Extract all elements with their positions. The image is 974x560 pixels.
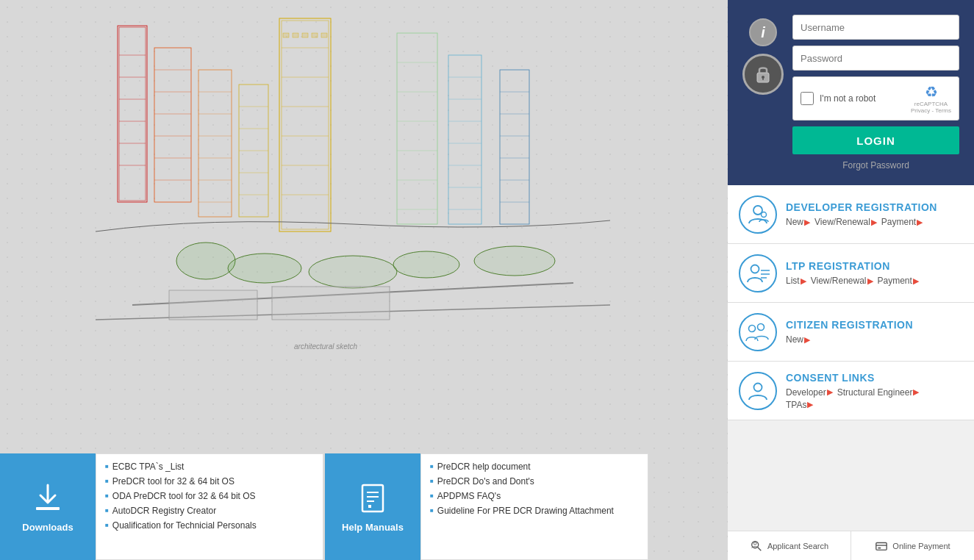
right-sidebar: i I'm not a robot ♻ [728,0,974,560]
ltp-reg-icon [739,254,777,292]
svg-rect-30 [448,55,481,224]
svg-point-60 [309,256,397,288]
recaptcha-privacy: Privacy - Terms [911,107,951,114]
downloads-list: ECBC TPA`s _List PreDCR tool for 32 & 64… [96,453,323,560]
svg-point-82 [751,265,759,273]
list-item[interactable]: PreDCR tool for 32 & 64 bit OS [105,476,314,487]
consent-links-row2: TPAs▶ [786,400,963,410]
ltp-reg-links: List▶ View/Renewal▶ Payment▶ [786,276,963,286]
svg-rect-67 [321,33,327,37]
help-list: PreDCR help document PreDCR Do's and Don… [420,453,648,560]
ltp-reg-payment-link[interactable]: Payment▶ [878,276,919,286]
ltp-reg-list-link[interactable]: List▶ [786,276,806,286]
lock-icon [742,54,784,95]
username-input[interactable] [792,15,959,40]
downloads-icon-box[interactable]: Downloads [0,453,96,560]
recaptcha-checkbox[interactable] [801,92,814,105]
citizen-reg-content: CITIZEN REGISTRATION New ▶ [786,319,963,345]
online-payment-label: Online Payment [892,542,950,550]
svg-rect-1 [119,27,146,201]
login-panel: i I'm not a robot ♻ [728,0,974,185]
consent-structural-link[interactable]: Structural Engineer▶ [837,387,920,398]
svg-rect-38 [500,70,529,224]
svg-point-83 [749,325,756,331]
svg-rect-66 [312,33,318,37]
citizen-reg-new-link[interactable]: New ▶ [786,334,810,345]
developer-reg-links: New▶ View/Renewal▶ Payment▶ [786,217,963,227]
left-content-area: architectural sketch Downloads ECBC TPA`… [0,0,728,560]
login-button[interactable]: LOGIN [792,126,959,154]
online-payment-icon [875,539,888,553]
ltp-reg-renewal-link[interactable]: View/Renewal▶ [811,276,873,286]
list-item[interactable]: APDPMS FAQ's [430,491,639,501]
list-item[interactable]: ECBC TPA`s _List [105,462,314,472]
svg-point-62 [474,246,555,276]
city-sketch: architectural sketch [59,7,632,375]
consent-links-content: CONSENT LINKS Developer▶ Structural Engi… [786,372,963,410]
downloads-panel: Downloads ECBC TPA`s _List PreDCR tool f… [0,453,323,560]
developer-reg-new-link[interactable]: New▶ [786,217,810,227]
citizen-reg-links: New ▶ [786,334,963,345]
recaptcha-text: reCAPTCHA [914,101,948,107]
consent-links-card: CONSENT LINKS Developer▶ Structural Engi… [728,362,974,420]
consent-links-title: CONSENT LINKS [786,372,963,384]
svg-point-61 [393,251,459,278]
developer-reg-payment-link[interactable]: Payment▶ [881,217,923,227]
list-item[interactable]: PreDCR help document [430,462,639,472]
applicant-search-button[interactable]: Applicant Search [728,531,851,560]
login-form: I'm not a robot ♻ reCAPTCHA Privacy - Te… [792,15,959,170]
list-item[interactable]: ODA PreDCR tool for 32 & 64 bit OS [105,491,314,501]
forgot-password-link[interactable]: Forgot Password [792,160,959,170]
developer-reg-content: DEVELOPER REGISTRATION New▶ View/Renewal… [786,201,963,227]
list-item[interactable]: Guideline For PRE DCR Drawing Attachment [430,506,639,516]
help-manuals-icon [355,481,390,516]
downloads-label: Downloads [22,522,73,533]
bottom-bar: Applicant Search Online Payment [728,531,974,560]
citizen-reg-icon [739,313,777,351]
svg-rect-8 [154,48,191,202]
svg-point-88 [753,542,756,545]
developer-reg-icon [739,195,777,234]
svg-rect-89 [876,542,887,550]
ltp-registration-card: LTP REGISTRATION List▶ View/Renewal▶ Pay… [728,244,974,303]
developer-reg-renewal-link[interactable]: View/Renewal▶ [814,217,877,227]
svg-rect-76 [368,505,371,508]
svg-point-85 [754,383,762,391]
svg-rect-23 [397,33,437,224]
consent-links-icon [739,372,777,410]
developer-reg-title: DEVELOPER REGISTRATION [786,201,963,213]
svg-rect-64 [293,33,298,37]
info-icon: i [749,18,777,46]
recaptcha-box: I'm not a robot ♻ reCAPTCHA Privacy - Te… [792,76,959,121]
svg-point-81 [762,212,767,217]
password-input[interactable] [792,46,959,71]
applicant-search-label: Applicant Search [767,542,828,550]
svg-text:architectural sketch: architectural sketch [294,342,358,351]
svg-rect-63 [283,33,289,37]
ltp-reg-title: LTP REGISTRATION [786,260,963,272]
svg-rect-65 [302,33,308,37]
ltp-reg-content: LTP REGISTRATION List▶ View/Renewal▶ Pay… [786,260,963,286]
help-icon-box[interactable]: Help Manuals [325,453,420,560]
list-item[interactable]: PreDCR Do's and Dont's [430,476,639,487]
consent-tpa-link[interactable]: TPAs▶ [786,400,813,410]
svg-rect-68 [169,290,257,320]
consent-developer-link[interactable]: Developer▶ [786,387,833,398]
recaptcha-icon: ♻ [925,83,938,101]
svg-point-58 [176,243,235,279]
online-payment-button[interactable]: Online Payment [851,531,974,560]
svg-rect-71 [36,507,60,510]
svg-rect-72 [362,485,383,511]
recaptcha-label: I'm not a robot [820,93,905,104]
svg-rect-16 [282,21,329,229]
svg-rect-69 [272,287,390,320]
svg-rect-91 [878,547,881,548]
help-label: Help Manuals [342,522,404,533]
list-item[interactable]: AutoDCR Registry Creator [105,506,314,516]
svg-rect-15 [279,18,331,231]
help-manuals-panel: Help Manuals PreDCR help document PreDCR… [325,453,648,560]
list-item[interactable]: Qualification for Technicial Personals [105,520,314,531]
citizen-registration-card: CITIZEN REGISTRATION New ▶ [728,303,974,362]
downloads-icon [30,481,65,516]
citizen-new-arrow: ▶ [804,335,810,345]
